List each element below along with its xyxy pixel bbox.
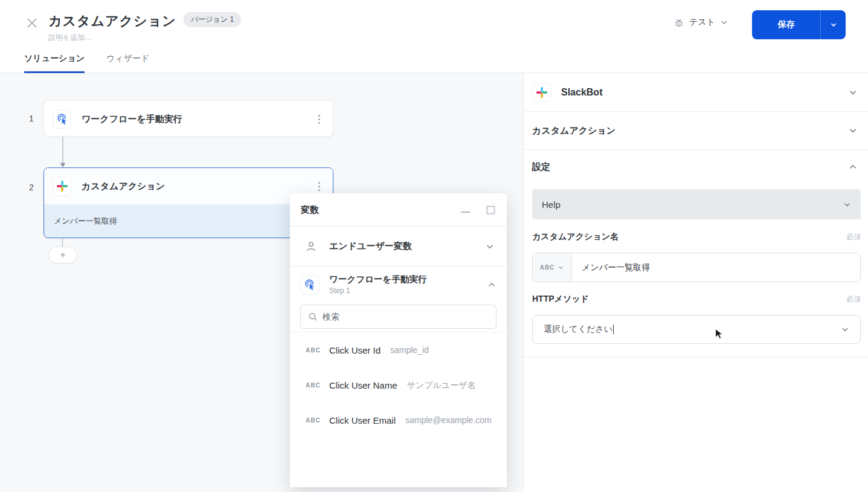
tab-solution[interactable]: ソリューション [24, 53, 85, 73]
variable-search-input[interactable] [323, 312, 489, 322]
step-2-number: 2 [25, 183, 37, 192]
abc-type-badge: ABC [306, 347, 324, 354]
variable-row-click-user-id[interactable]: ABC Click User Id sample_id [290, 332, 507, 367]
variable-name: Click User Id [329, 345, 381, 355]
step-2-title: カスタムアクション [82, 181, 313, 192]
variables-modal-title: 変数 [301, 204, 445, 216]
variables-modal-header[interactable]: 変数 [290, 193, 507, 227]
step-section-subtitle: Step 1 [329, 286, 487, 295]
step-section-title: ワークフローを手動実行 [329, 274, 487, 285]
save-button[interactable]: 保存 [752, 10, 820, 39]
maximize-icon[interactable] [485, 204, 496, 215]
abc-type-badge: ABC [540, 264, 555, 271]
page-title: カスタムアクション [48, 12, 176, 30]
variable-sample-value: sample@example.com [405, 415, 492, 426]
save-split-button: 保存 [752, 10, 846, 39]
chevron-down-icon [848, 88, 858, 97]
app-title: SlackBot [561, 87, 848, 98]
variable-name: Click User Name [329, 380, 397, 390]
tab-wizard[interactable]: ウィザード [106, 53, 149, 73]
action-name-input-group: ABC [532, 253, 861, 282]
step-connector-arrow [59, 137, 66, 168]
abc-type-badge: ABC [306, 382, 324, 389]
http-method-placeholder: 選択してください [544, 324, 612, 335]
save-dropdown-button[interactable] [820, 10, 846, 39]
slack-icon [532, 83, 551, 102]
manual-trigger-icon [53, 110, 71, 129]
text-caret [613, 325, 614, 334]
chevron-up-icon [848, 162, 858, 172]
app-header: カスタムアクション バージョン 1 説明を追加… ソリューション ウィザード テ… [0, 0, 868, 73]
settings-section-header[interactable]: 設定 [524, 150, 868, 184]
action-name-label: カスタムアクション名 [532, 231, 846, 242]
chevron-down-icon [720, 18, 728, 27]
variable-name: Click User Email [329, 415, 396, 426]
variable-row-click-user-email[interactable]: ABC Click User Email sample@example.com [290, 403, 507, 438]
http-method-label: HTTPメソッド [532, 294, 846, 305]
step-1-kebab-menu-icon[interactable] [313, 112, 324, 126]
step-1-section-header[interactable]: ワークフローを手動実行 Step 1 [300, 274, 497, 295]
inspector-panel: SlackBot カスタムアクション 設定 Help カスタムアクション名 必須… [523, 73, 868, 492]
app-section-header[interactable]: SlackBot [524, 73, 868, 112]
slack-icon [53, 177, 71, 196]
variable-sample-value: sample_id [390, 345, 492, 355]
chevron-down-icon [841, 325, 849, 334]
chevron-down-icon [843, 201, 851, 209]
step-1-variables-section: ワークフローを手動実行 Step 1 [290, 267, 507, 329]
step-1-title: ワークフローを手動実行 [82, 114, 313, 125]
tab-bar: ソリューション ウィザード [24, 53, 149, 73]
bug-icon [674, 17, 684, 28]
abc-type-badge: ABC [306, 417, 324, 424]
required-badge: 必須 [846, 294, 861, 305]
close-icon[interactable] [25, 16, 39, 30]
test-label: テスト [689, 17, 715, 28]
chevron-up-icon [487, 280, 497, 290]
variable-list: ABC Click User Id sample_id ABC Click Us… [290, 332, 507, 438]
variable-sample-value: サンプルユーザ名 [407, 380, 492, 390]
step-1-number: 1 [25, 114, 37, 123]
variables-modal: 変数 エンドユーザー変数 [290, 193, 507, 487]
required-badge: 必須 [846, 232, 861, 242]
end-user-variables-label: エンドユーザー変数 [329, 241, 485, 252]
variable-search-box [300, 305, 497, 329]
help-dropdown[interactable]: Help [532, 189, 861, 219]
variable-row-click-user-name[interactable]: ABC Click User Name サンプルユーザ名 [290, 367, 507, 403]
action-name-label-row: カスタムアクション名 必須 [532, 231, 861, 242]
person-icon [305, 241, 317, 253]
end-user-variables-section[interactable]: エンドユーザー変数 [290, 227, 507, 267]
http-method-select[interactable]: 選択してください [532, 315, 861, 344]
description-placeholder[interactable]: 説明を追加… [48, 33, 92, 43]
divider [524, 357, 868, 357]
search-icon [308, 312, 318, 322]
version-badge: バージョン 1 [184, 12, 241, 27]
type-selector[interactable]: ABC [533, 253, 572, 282]
settings-section-title: 設定 [532, 161, 848, 173]
add-step-button[interactable]: + [48, 247, 77, 264]
action-name-input[interactable] [572, 253, 860, 282]
action-section-title: カスタムアクション [532, 125, 848, 137]
test-menu[interactable]: テスト [674, 17, 728, 28]
chevron-down-icon [848, 126, 858, 135]
minimize-icon[interactable] [460, 204, 471, 215]
step-2-kebab-menu-icon[interactable] [313, 180, 324, 193]
step-1-card[interactable]: ワークフローを手動実行 [43, 100, 333, 137]
manual-trigger-icon [300, 275, 320, 294]
chevron-down-icon [485, 242, 495, 251]
help-label: Help [542, 199, 843, 210]
action-section-header[interactable]: カスタムアクション [524, 112, 868, 150]
http-method-label-row: HTTPメソッド 必須 [532, 294, 861, 305]
